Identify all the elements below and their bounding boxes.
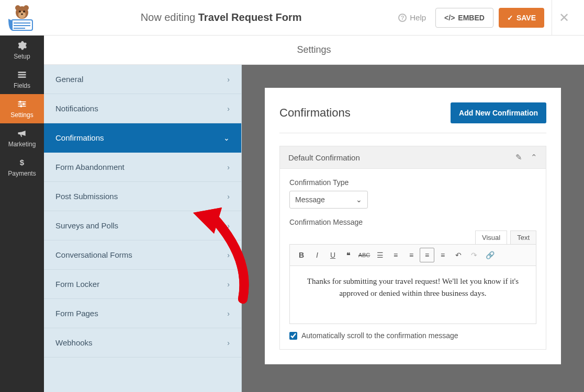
check-icon: ✓: [507, 14, 513, 22]
svg-point-5: [23, 10, 25, 13]
align-left-button[interactable]: ≡: [404, 248, 419, 262]
svg-point-1: [15, 5, 20, 10]
chevron-right-icon: ›: [227, 192, 230, 201]
submenu-confirmations[interactable]: Confirmations⌄: [44, 123, 241, 153]
submenu-form-pages[interactable]: Form Pages›: [44, 299, 241, 328]
settings-submenu: General› Notifications› Confirmations⌄ F…: [44, 65, 242, 392]
svg-point-4: [19, 10, 21, 13]
submenu-form-abandonment[interactable]: Form Abandonment›: [44, 153, 241, 182]
app-logo: [0, 0, 44, 36]
close-icon[interactable]: ✕: [559, 10, 569, 25]
editor-toolbar: B I U ❝ ABC ☰ ≡ ≡ ≡: [290, 245, 536, 266]
underline-button[interactable]: U: [325, 248, 340, 262]
embed-button[interactable]: </> EMBED: [435, 8, 493, 28]
editor-content[interactable]: Thanks for submitting your travel reques…: [290, 266, 536, 324]
submenu-form-locker[interactable]: Form Locker›: [44, 270, 241, 299]
collapse-icon[interactable]: ⌃: [531, 153, 537, 162]
ol-button[interactable]: ≡: [388, 248, 403, 262]
svg-rect-13: [18, 76, 26, 78]
chevron-down-icon: ⌄: [223, 134, 230, 142]
align-center-button[interactable]: ≡: [420, 248, 434, 262]
save-button[interactable]: ✓ SAVE: [499, 8, 544, 28]
undo-button[interactable]: ↶: [451, 248, 466, 262]
auto-scroll-row[interactable]: Automatically scroll to the confirmation…: [289, 331, 536, 340]
megaphone-icon: [17, 128, 27, 139]
redo-button[interactable]: ↷: [467, 248, 481, 262]
submenu-webhooks[interactable]: Webhooks›: [44, 328, 241, 358]
editor-tab-text[interactable]: Text: [510, 230, 536, 244]
help-link[interactable]: ? Help: [398, 13, 426, 22]
page-title: Now editing Travel Request Form: [44, 11, 398, 24]
nav-settings[interactable]: Settings: [0, 94, 44, 123]
add-confirmation-button[interactable]: Add New Confirmation: [451, 102, 546, 123]
chevron-right-icon: ›: [227, 251, 230, 259]
edit-icon[interactable]: ✎: [515, 153, 522, 162]
gear-icon: [17, 40, 27, 51]
nav-fields[interactable]: Fields: [0, 65, 44, 94]
submenu-notifications[interactable]: Notifications›: [44, 94, 241, 123]
confirmation-card-header: Default Confirmation ✎ ⌃: [280, 146, 546, 169]
nav-payments[interactable]: $ Payments: [0, 153, 44, 182]
chevron-right-icon: ›: [227, 105, 230, 113]
section-header: Settings: [44, 36, 584, 65]
chevron-right-icon: ›: [227, 309, 230, 318]
editor-tab-visual[interactable]: Visual: [475, 230, 507, 244]
confirmation-message-label: Confirmation Message: [289, 218, 536, 226]
svg-point-17: [19, 101, 21, 103]
svg-point-2: [24, 5, 29, 10]
svg-point-19: [20, 105, 22, 107]
chevron-right-icon: ›: [227, 163, 230, 171]
sliders-icon: [17, 99, 27, 109]
chevron-right-icon: ›: [227, 75, 230, 84]
align-right-button[interactable]: ≡: [435, 248, 450, 262]
svg-point-18: [23, 103, 25, 105]
svg-rect-12: [18, 74, 26, 76]
italic-button[interactable]: I: [310, 248, 324, 262]
chevron-right-icon: ›: [227, 339, 230, 347]
dollar-icon: $: [17, 157, 27, 168]
left-nav: Setup Fields Settings Marketing $ Paymen…: [0, 36, 44, 392]
confirmation-type-label: Confirmation Type: [289, 178, 536, 187]
list-icon: [17, 70, 27, 80]
submenu-post-submissions[interactable]: Post Submissions›: [44, 182, 241, 211]
chevron-down-icon: ⌄: [356, 195, 362, 204]
svg-rect-11: [18, 72, 26, 73]
svg-point-6: [21, 13, 23, 15]
chevron-right-icon: ›: [227, 222, 230, 230]
nav-setup[interactable]: Setup: [0, 36, 44, 65]
svg-text:$: $: [20, 158, 25, 167]
auto-scroll-checkbox[interactable]: [289, 332, 297, 340]
link-button[interactable]: 🔗: [482, 248, 497, 262]
submenu-general[interactable]: General›: [44, 65, 241, 94]
bold-button[interactable]: B: [294, 248, 309, 262]
help-icon: ?: [398, 14, 407, 22]
strike-button[interactable]: ABC: [357, 248, 372, 262]
quote-button[interactable]: ❝: [341, 248, 356, 262]
nav-marketing[interactable]: Marketing: [0, 123, 44, 153]
ul-button[interactable]: ☰: [373, 248, 387, 262]
confirmation-type-select[interactable]: Message ⌄: [289, 191, 368, 209]
confirmations-panel: Confirmations Add New Confirmation Defau…: [265, 88, 561, 364]
panel-title: Confirmations: [279, 106, 351, 120]
chevron-right-icon: ›: [227, 280, 230, 289]
code-icon: </>: [444, 14, 455, 22]
submenu-surveys-polls[interactable]: Surveys and Polls›: [44, 211, 241, 240]
submenu-conversational[interactable]: Conversational Forms›: [44, 240, 241, 270]
